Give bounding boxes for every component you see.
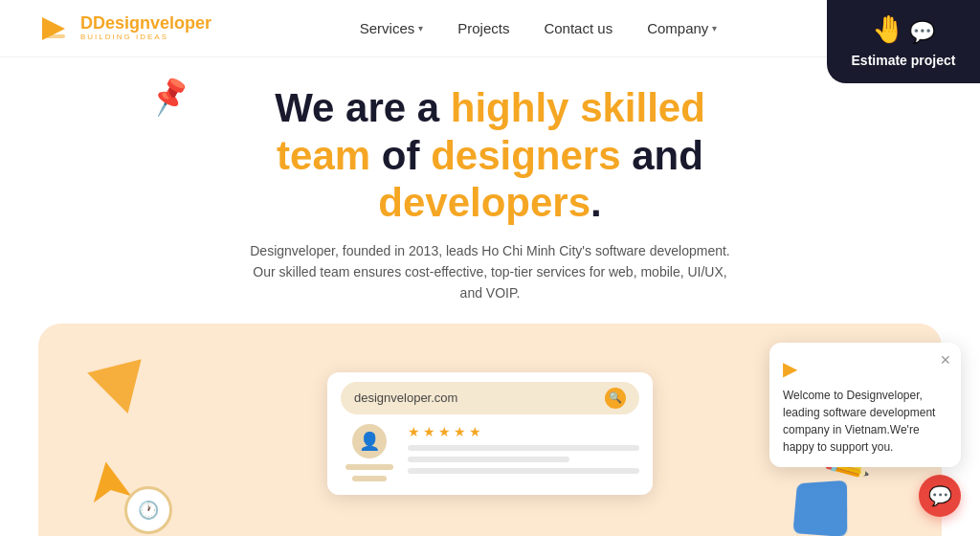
chat-popup-logo: ▶ [783, 354, 947, 383]
chat-popup: ▶ ✕ Welcome to Designveloper, leading so… [769, 343, 961, 467]
hero-line2-designers: designers [431, 133, 620, 178]
hero-line2-team: team [277, 133, 370, 178]
hero-line3-developers: developers [378, 180, 590, 225]
clock-icon: 🕐 [138, 500, 159, 521]
content-line-short [345, 464, 393, 470]
browser-right-col: ★ ★ ★ ★ ★ [408, 424, 639, 481]
search-icon: 🔍 [609, 391, 622, 404]
hero-line3-dot: . [590, 180, 602, 225]
browser-search-button[interactable]: 🔍 [605, 388, 626, 409]
logo-text: DDesignveloper BUILDING IDEAS [80, 14, 212, 42]
star-1: ★ [408, 424, 420, 439]
svg-marker-2 [87, 458, 131, 502]
star-5: ★ [469, 424, 481, 439]
browser-content: 👤 ★ ★ ★ ★ ★ [341, 424, 639, 481]
hero-line1-start: We are a [275, 85, 451, 130]
chat-popup-text: Welcome to Designveloper, leading softwa… [783, 389, 935, 454]
content-line-full-2 [408, 468, 639, 474]
hero-section: 📌 We are a highly skilled team of design… [0, 57, 980, 304]
nav-item-projects[interactable]: Projects [457, 20, 509, 36]
hand-icon: 🤚 [872, 13, 905, 45]
nav-item-company[interactable]: Company ▾ [647, 20, 717, 36]
content-line-shorter [352, 476, 387, 481]
browser-url-bar: designveloper.com 🔍 [341, 382, 639, 414]
pin-icon: 📌 [147, 74, 193, 119]
hero-line2-of: of [370, 133, 431, 178]
nav-link-contact[interactable]: Contact us [544, 20, 612, 36]
browser-url-text: designveloper.com [354, 391, 597, 405]
logo-main-text: DDesignveloper [80, 14, 212, 34]
nav-item-services[interactable]: Services ▾ [360, 20, 424, 36]
estimate-icons: 🤚 💬 [872, 13, 935, 45]
paper-plane-decoration [96, 352, 153, 400]
content-line-medium [408, 457, 569, 462]
chat-icon: 💬 [928, 484, 952, 507]
estimate-card[interactable]: 🤚 💬 Estimate project [827, 0, 980, 83]
clock-decoration: 🕐 [124, 486, 172, 534]
chat-trigger-button[interactable]: 💬 [919, 475, 961, 517]
nav-links: Services ▾ Projects Contact us Company ▾ [360, 20, 718, 36]
stars-row: ★ ★ ★ ★ ★ [408, 424, 639, 439]
star-4: ★ [454, 424, 466, 439]
paper-plane-shape [87, 339, 162, 413]
star-2: ★ [423, 424, 435, 439]
chevron-down-icon: ▾ [418, 23, 423, 34]
nav-link-projects[interactable]: Projects [457, 20, 509, 36]
close-button[interactable]: ✕ [940, 350, 951, 370]
content-line-full-1 [408, 445, 639, 451]
browser-left-col: 👤 [341, 424, 398, 481]
logo[interactable]: DDesignveloper BUILDING IDEAS [38, 11, 212, 46]
avatar-placeholder: 👤 [352, 424, 387, 458]
hero-subtitle: Designveloper, founded in 2013, leads Ho… [241, 240, 739, 304]
chevron-down-icon-company: ▾ [712, 23, 717, 34]
nav-item-contact[interactable]: Contact us [544, 20, 612, 36]
chat-widget: ▶ ✕ Welcome to Designveloper, leading so… [769, 343, 961, 517]
chat-bubble-icon: 💬 [909, 20, 935, 45]
estimate-label: Estimate project [852, 53, 956, 68]
nav-link-company[interactable]: Company ▾ [647, 20, 717, 36]
logo-icon [38, 11, 73, 46]
star-3: ★ [438, 424, 451, 439]
logo-sub-text: BUILDING IDEAS [80, 34, 212, 42]
hero-title: 📌 We are a highly skilled team of design… [38, 84, 942, 227]
hero-line1-highlight: highly skilled [451, 85, 705, 130]
browser-mockup: designveloper.com 🔍 👤 ★ ★ ★ ★ ★ [327, 372, 653, 495]
svg-rect-1 [46, 34, 65, 38]
hero-line2-and: and [621, 133, 703, 178]
nav-link-services[interactable]: Services ▾ [360, 20, 424, 36]
